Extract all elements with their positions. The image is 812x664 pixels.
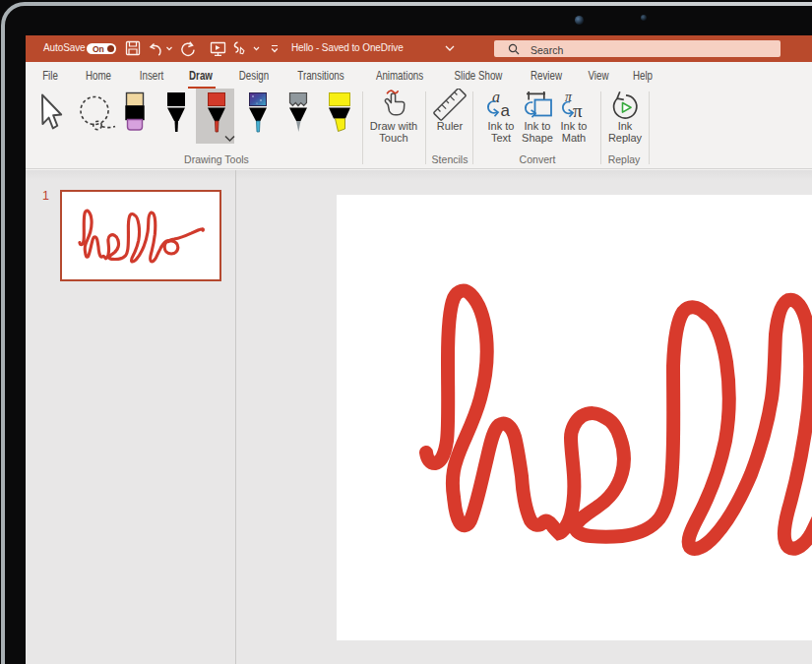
svg-text:a: a — [501, 101, 511, 120]
svg-text:π: π — [573, 100, 583, 121]
svg-text:a: a — [492, 89, 500, 105]
